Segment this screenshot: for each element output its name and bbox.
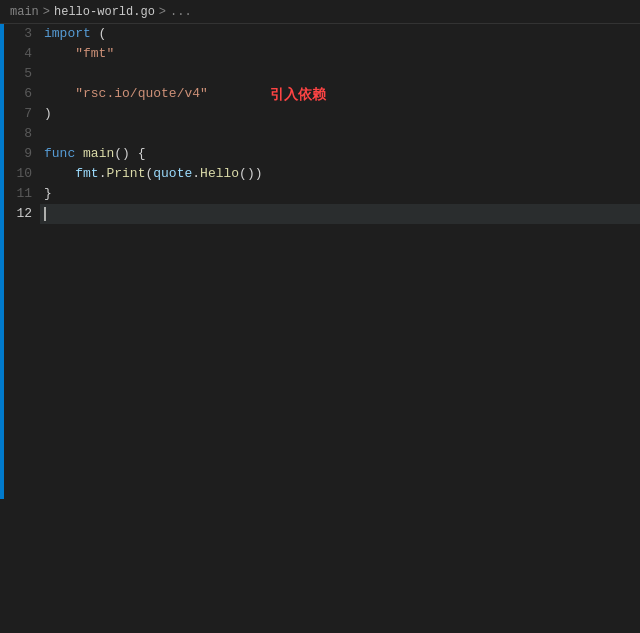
code-line-12 [40, 204, 640, 224]
breadcrumb-main[interactable]: main [10, 5, 39, 19]
code-editor[interactable]: import ( "fmt" "rsc.io/quote/v4" 引入依赖 ) … [40, 24, 640, 499]
breadcrumb-more[interactable]: ... [170, 5, 192, 19]
annotation-import: 引入依赖 [270, 84, 326, 104]
code-line-7: ) [40, 104, 640, 124]
editor-empty-space [0, 499, 640, 633]
breadcrumb-sep1: > [43, 5, 50, 19]
left-accent [0, 24, 4, 499]
code-line-11: } [40, 184, 640, 204]
breadcrumb-file[interactable]: hello-world.go [54, 5, 155, 19]
code-line-3: import ( [40, 24, 640, 44]
code-line-5 [40, 64, 640, 84]
editor-area: 3 4 5 6 7 8 9 10 11 12 import ( "fmt" "r… [0, 24, 640, 499]
breadcrumb-bar: main > hello-world.go > ... [0, 0, 640, 24]
code-line-9: func main() { [40, 144, 640, 164]
breadcrumb-sep2: > [159, 5, 166, 19]
code-line-6: "rsc.io/quote/v4" 引入依赖 [40, 84, 640, 104]
code-line-10: fmt.Print(quote.Hello()) [40, 164, 640, 184]
code-line-8 [40, 124, 640, 144]
cursor [44, 207, 46, 221]
code-line-4: "fmt" [40, 44, 640, 64]
line-numbers: 3 4 5 6 7 8 9 10 11 12 [0, 24, 40, 499]
